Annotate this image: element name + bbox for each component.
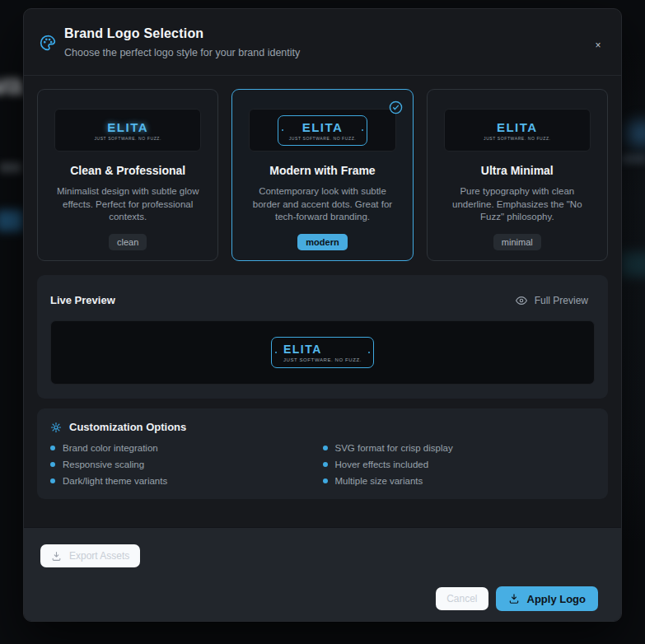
dialog-header: Brand Logo Selection Choose the perfect …: [24, 9, 621, 76]
background-text-fragment-right: [622, 154, 645, 164]
option-title: Clean & Professional: [51, 164, 204, 177]
option-description: Pure typography with clean underline. Em…: [441, 185, 594, 224]
background-teal-fragment: [620, 252, 645, 277]
bullet-dot-icon: [323, 446, 328, 450]
apply-logo-button[interactable]: Apply Logo: [496, 586, 599, 611]
logo-option-list: ELITA JUST SOFTWARE. NO FUZZ. Clean & Pr…: [37, 89, 608, 261]
palette-icon: [40, 35, 56, 51]
check-circle-icon: [389, 100, 403, 114]
cancel-label: Cancel: [446, 593, 477, 604]
logo-option-modern[interactable]: ELITA JUST SOFTWARE. NO FUZZ. Modern wit…: [231, 89, 413, 261]
dialog-footer: Export Assets Cancel Apply Logo: [24, 527, 621, 621]
background-link-fragment: [0, 210, 23, 231]
bullet-dot-icon: [50, 478, 55, 483]
option-description: Contemporary look with subtle border and…: [245, 185, 399, 224]
background-text-fragment: [0, 162, 21, 173]
logo-name: ELITA: [94, 120, 161, 134]
logo-tagline: JUST SOFTWARE. NO FUZZ.: [289, 136, 357, 141]
bullet-dot-icon: [50, 462, 55, 467]
background-right-strip: [622, 49, 645, 544]
full-preview-label: Full Preview: [535, 295, 588, 306]
option-title: Ultra Minimal: [441, 164, 594, 177]
background-glow-fragment: [622, 109, 645, 158]
export-assets-button[interactable]: Export Assets: [40, 544, 140, 567]
brand-logo-selection-dialog: Brand Logo Selection Choose the perfect …: [23, 8, 622, 622]
bullet-dot-icon: [323, 478, 328, 483]
feature-item: Hover effects included: [323, 460, 596, 469]
apply-logo-label: Apply Logo: [527, 593, 587, 605]
eye-icon: [516, 295, 527, 306]
dialog-subtitle: Choose the perfect logo style for your b…: [64, 47, 300, 58]
bullet-dot-icon: [323, 462, 328, 467]
logo-preview-minimal: ELITA JUST SOFTWARE. NO FUZZ.: [444, 109, 591, 152]
logo-name: ELITA: [283, 343, 362, 356]
feature-item: Multiple size variants: [323, 476, 596, 486]
cancel-button[interactable]: Cancel: [436, 587, 488, 610]
option-badge: clean: [109, 234, 147, 250]
logo-preview-modern: ELITA JUST SOFTWARE. NO FUZZ.: [249, 109, 395, 152]
customization-section: Customization Options Brand color integr…: [37, 408, 608, 499]
feature-item: SVG format for crisp display: [323, 443, 596, 453]
logo-option-clean[interactable]: ELITA JUST SOFTWARE. NO FUZZ. Clean & Pr…: [37, 89, 218, 261]
live-preview-canvas: ELITA JUST SOFTWARE. NO FUZZ.: [50, 320, 595, 385]
dialog-content: ELITA JUST SOFTWARE. NO FUZZ. Clean & Pr…: [24, 76, 621, 512]
feature-item: Responsive scaling: [50, 460, 323, 469]
live-preview-section: Live Preview Full Preview ELITA JUST SOF…: [37, 275, 608, 399]
logo-name: ELITA: [484, 120, 551, 134]
logo-tagline: JUST SOFTWARE. NO FUZZ.: [484, 136, 551, 141]
option-badge: minimal: [493, 234, 541, 250]
export-assets-label: Export Assets: [69, 550, 129, 562]
option-title: Modern with Frame: [245, 164, 399, 177]
live-preview-title: Live Preview: [50, 294, 115, 306]
feature-list: Brand color integration SVG format for c…: [50, 443, 595, 486]
close-icon[interactable]: ×: [591, 39, 605, 52]
customization-title: Customization Options: [69, 421, 186, 433]
dialog-title: Brand Logo Selection: [64, 26, 300, 41]
download-icon: [508, 593, 520, 604]
feature-item: Brand color integration: [50, 443, 323, 453]
bullet-dot-icon: [50, 446, 55, 450]
logo-name: ELITA: [289, 120, 357, 134]
full-preview-button[interactable]: Full Preview: [516, 295, 595, 306]
logo-tagline: JUST SOFTWARE. NO FUZZ.: [94, 136, 161, 141]
download-icon: [51, 551, 62, 562]
feature-item: Dark/light theme variants: [50, 476, 323, 486]
logo-option-minimal[interactable]: ELITA JUST SOFTWARE. NO FUZZ. Ultra Mini…: [427, 89, 608, 261]
option-badge: modern: [297, 234, 347, 250]
gear-icon: [50, 422, 62, 433]
logo-preview-clean: ELITA JUST SOFTWARE. NO FUZZ.: [54, 109, 201, 152]
option-description: Minimalist design with subtle glow effec…: [51, 185, 204, 224]
logo-tagline: JUST SOFTWARE. NO FUZZ.: [283, 357, 362, 362]
